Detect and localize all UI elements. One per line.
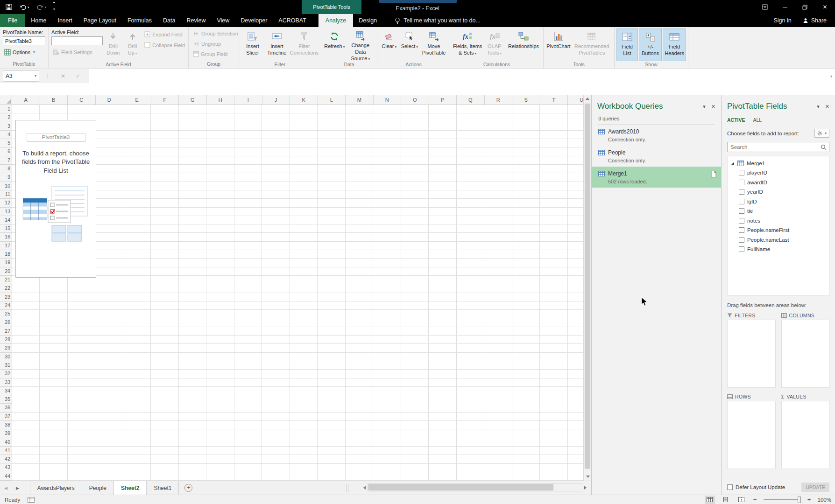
- field-People.nameFirst[interactable]: People.nameFirst: [728, 225, 829, 235]
- group-selection-button[interactable]: Group Selection: [191, 28, 240, 38]
- row-header-3[interactable]: 3: [0, 122, 12, 131]
- checkbox[interactable]: [739, 227, 744, 233]
- group-field-button[interactable]: Group Field: [191, 49, 229, 59]
- row-header-28[interactable]: 28: [0, 336, 12, 344]
- row-header-33[interactable]: 33: [0, 378, 12, 387]
- change-data-source-button[interactable]: Change Data Source▾: [346, 28, 375, 61]
- fields-search-input[interactable]: [727, 142, 829, 152]
- defer-layout-checkbox[interactable]: Defer Layout Update: [727, 484, 785, 490]
- new-sheet-button[interactable]: +: [184, 484, 192, 492]
- minimize-button[interactable]: [775, 0, 795, 14]
- field-playerID[interactable]: playerID: [728, 168, 829, 178]
- checkbox[interactable]: [739, 237, 744, 243]
- column-header-F[interactable]: F: [151, 95, 179, 105]
- formula-input[interactable]: [89, 69, 835, 83]
- row-header-40[interactable]: 40: [0, 438, 12, 447]
- column-header-L[interactable]: L: [318, 95, 346, 105]
- row-header-14[interactable]: 14: [0, 216, 12, 224]
- checkbox[interactable]: [739, 180, 744, 185]
- query-item-Awards2010[interactable]: Awards2010Connection only.: [592, 125, 721, 146]
- field-yearID[interactable]: yearID: [728, 187, 829, 197]
- macro-record-icon[interactable]: [28, 497, 35, 503]
- row-header-5[interactable]: 5: [0, 139, 12, 147]
- sheet-tab-People[interactable]: People: [82, 481, 114, 495]
- row-header-9[interactable]: 9: [0, 173, 12, 182]
- sheet-tab-Sheet2[interactable]: Sheet2: [114, 481, 147, 495]
- insert-slicer-button[interactable]: Insert Slicer: [241, 28, 264, 61]
- column-header-K[interactable]: K: [290, 95, 318, 105]
- row-header-2[interactable]: 2: [0, 113, 12, 122]
- vertical-scrollbar-thumb[interactable]: [585, 104, 590, 469]
- row-header-13[interactable]: 13: [0, 208, 12, 216]
- zoom-slider-thumb[interactable]: [798, 497, 801, 503]
- zoom-slider[interactable]: [764, 499, 801, 500]
- clear-button[interactable]: Clear▾: [379, 28, 399, 61]
- checkbox[interactable]: [727, 484, 733, 490]
- previous-sheet-button[interactable]: ◀: [0, 481, 12, 495]
- ribbon-tab-home[interactable]: Home: [25, 14, 52, 27]
- row-header-41[interactable]: 41: [0, 447, 12, 455]
- customize-quick-access-button[interactable]: ▾: [53, 2, 55, 12]
- column-header-O[interactable]: O: [401, 95, 429, 105]
- vertical-scrollbar[interactable]: [583, 95, 591, 481]
- field-awardID[interactable]: awardID: [728, 178, 829, 188]
- row-header-32[interactable]: 32: [0, 370, 12, 378]
- checkbox[interactable]: [739, 189, 744, 195]
- column-header-H[interactable]: H: [207, 95, 235, 105]
- collapse-field-button[interactable]: Collapse Field: [143, 40, 186, 50]
- column-header-E[interactable]: E: [123, 95, 151, 105]
- row-header-18[interactable]: 18: [0, 250, 12, 259]
- row-header-38[interactable]: 38: [0, 421, 12, 429]
- column-header-J[interactable]: J: [262, 95, 290, 105]
- row-header-10[interactable]: 10: [0, 182, 12, 190]
- row-header-4[interactable]: 4: [0, 131, 12, 139]
- checkbox[interactable]: [739, 218, 744, 224]
- tell-me-box[interactable]: Tell me what you want to do...: [389, 14, 486, 27]
- zoom-level[interactable]: 100%: [818, 497, 831, 503]
- expand-field-button[interactable]: Expand Field: [143, 29, 186, 39]
- field-People.nameLast[interactable]: People.nameLast: [728, 235, 829, 245]
- row-header-31[interactable]: 31: [0, 361, 12, 370]
- checkbox[interactable]: [739, 246, 744, 252]
- ribbon-tab-data[interactable]: Data: [157, 14, 181, 27]
- row-header-15[interactable]: 15: [0, 224, 12, 233]
- relationships-button[interactable]: Relationships: [506, 28, 541, 61]
- name-box-arrow-icon[interactable]: ▾: [35, 74, 36, 78]
- pivotchart-button[interactable]: PivotChart: [545, 28, 572, 61]
- update-button[interactable]: UPDATE: [801, 483, 829, 492]
- column-header-S[interactable]: S: [512, 95, 540, 105]
- insert-timeline-button[interactable]: Insert Timeline: [264, 28, 290, 61]
- row-header-29[interactable]: 29: [0, 344, 12, 352]
- ribbon-tab-view[interactable]: View: [211, 14, 235, 27]
- restore-button[interactable]: [795, 0, 815, 14]
- sheet-tab-AwardsPlayers[interactable]: AwardsPlayers: [30, 481, 82, 495]
- field-FullName[interactable]: FullName: [728, 245, 829, 254]
- olap-tools-button[interactable]: fx OLAP Tools▾: [483, 28, 506, 61]
- row-header-30[interactable]: 30: [0, 353, 12, 361]
- normal-view-button[interactable]: [705, 496, 715, 504]
- ribbon-tab-acrobat[interactable]: ACROBAT: [273, 14, 312, 27]
- filters-dropzone[interactable]: [727, 320, 776, 388]
- fields-items-sets-button[interactable]: fx Fields, Items & Sets▾: [452, 28, 483, 61]
- row-header-44[interactable]: 44: [0, 472, 12, 481]
- column-header-Q[interactable]: Q: [457, 95, 485, 105]
- drill-up-button[interactable]: Drill Up▾: [124, 28, 141, 61]
- column-header-B[interactable]: B: [40, 95, 68, 105]
- query-item-Merge1[interactable]: Merge1502 rows loaded.: [592, 167, 721, 188]
- checkbox[interactable]: [739, 170, 744, 175]
- row-header-39[interactable]: 39: [0, 429, 12, 438]
- plus-minus-buttons-toggle[interactable]: +/- Buttons: [639, 28, 662, 61]
- page-layout-view-button[interactable]: [721, 496, 731, 504]
- row-header-8[interactable]: 8: [0, 165, 12, 173]
- horizontal-scrollbar[interactable]: [363, 483, 587, 491]
- column-header-A[interactable]: A: [12, 95, 40, 105]
- close-button[interactable]: ✕: [815, 0, 835, 14]
- scroll-down-arrow[interactable]: [584, 473, 592, 481]
- sign-in-link[interactable]: Sign in: [773, 17, 791, 24]
- save-button[interactable]: [6, 4, 12, 10]
- row-header-1[interactable]: 1: [0, 105, 12, 113]
- enter-icon[interactable]: ✓: [76, 73, 80, 79]
- redo-button[interactable]: ▾: [36, 4, 47, 10]
- column-header-M[interactable]: M: [346, 95, 374, 105]
- row-header-19[interactable]: 19: [0, 259, 12, 267]
